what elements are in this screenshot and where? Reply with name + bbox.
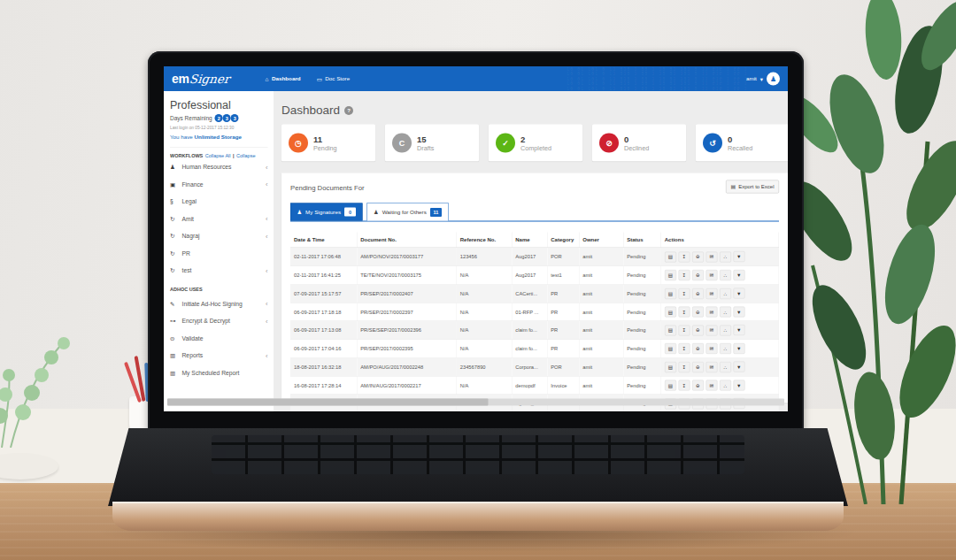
- cell-status: Pending: [623, 376, 661, 395]
- share-icon[interactable]: ∴: [720, 307, 731, 318]
- decline-icon[interactable]: ⊖: [692, 362, 704, 372]
- sidebar-item-nagraj[interactable]: ↻Nagraj‹: [170, 227, 268, 245]
- share-icon[interactable]: ∴: [720, 270, 731, 280]
- table-row[interactable]: 02-11-2017 17:06:48AM/PO/NOV/2017/000317…: [290, 248, 779, 266]
- cell-category: test1: [547, 266, 579, 285]
- comment-icon[interactable]: ✉: [705, 288, 717, 299]
- comment-icon[interactable]: ✉: [705, 362, 717, 372]
- share-icon[interactable]: ∴: [720, 325, 731, 335]
- table-row[interactable]: 07-09-2017 15:17:57PR/SEP/2017/0002407N/…: [290, 284, 779, 303]
- download-icon[interactable]: ↧: [678, 270, 690, 280]
- sidebar-item-human-resources[interactable]: ♟Human Resources‹: [170, 158, 268, 176]
- filter-icon[interactable]: ▼: [733, 288, 744, 299]
- comment-icon[interactable]: ✉: [705, 307, 717, 318]
- table-row[interactable]: 06-09-2017 17:04:16PR/SEP/2017/0002395N/…: [290, 340, 779, 358]
- view-document-icon[interactable]: ▤: [665, 343, 676, 354]
- tab-label: Waiting for Others: [382, 209, 427, 215]
- decline-icon[interactable]: ⊖: [692, 288, 704, 299]
- table-row[interactable]: 06-09-2017 17:18:18PR/SEP/2017/0002397N/…: [290, 303, 779, 321]
- sidebar-item-my-scheduled-report[interactable]: ▥My Scheduled Report: [170, 364, 268, 382]
- sidebar-item-validate[interactable]: ⊙Validate: [170, 330, 268, 348]
- share-icon[interactable]: ∴: [720, 288, 731, 299]
- view-document-icon[interactable]: ▤: [665, 251, 676, 262]
- download-icon[interactable]: ↧: [678, 325, 690, 335]
- stat-card-declined[interactable]: ⊘0Declined: [592, 125, 686, 162]
- share-icon[interactable]: ∴: [720, 251, 731, 262]
- export-to-excel-button[interactable]: ▤ Export to Excel: [726, 180, 779, 194]
- sidebar-item-initiate-ad-hoc-signing[interactable]: ✎Initiate Ad-Hoc Signing‹: [170, 295, 268, 313]
- filter-icon[interactable]: ▼: [733, 362, 744, 372]
- filter-icon[interactable]: ▼: [733, 251, 744, 262]
- comment-icon[interactable]: ✉: [705, 343, 717, 354]
- decline-icon[interactable]: ⊖: [692, 251, 704, 262]
- filter-icon[interactable]: ▼: [733, 306, 744, 317]
- horizontal-scrollbar[interactable]: [167, 399, 784, 406]
- share-icon[interactable]: ∴: [720, 380, 731, 391]
- chevron-left-icon: ‹: [266, 300, 268, 308]
- collapse-all-link[interactable]: Collapse All: [205, 153, 231, 158]
- view-document-icon[interactable]: ▤: [665, 380, 676, 391]
- chevron-left-icon: ‹: [266, 164, 268, 172]
- share-icon[interactable]: ∴: [720, 343, 731, 354]
- download-icon[interactable]: ↧: [678, 307, 690, 318]
- filter-icon[interactable]: ▼: [733, 343, 744, 354]
- decline-icon[interactable]: ⊖: [692, 380, 704, 391]
- help-icon[interactable]: ?: [344, 106, 353, 115]
- tab-waiting-for-others[interactable]: ♟Waiting for Others11: [367, 203, 449, 221]
- download-icon[interactable]: ↧: [678, 343, 690, 354]
- stat-card-pending[interactable]: ◷11Pending: [281, 125, 375, 162]
- view-document-icon[interactable]: ▤: [665, 362, 676, 372]
- stat-card-recalled[interactable]: ↺0Recalled: [696, 125, 788, 162]
- sidebar-item-label: Nagraj: [182, 233, 200, 240]
- table-row[interactable]: 16-08-2017 17:28:14AM/IN/AUG/2017/000221…: [290, 376, 779, 395]
- stat-card-drafts[interactable]: C15Drafts: [385, 125, 479, 162]
- stat-card-completed[interactable]: ✓2Completed: [489, 125, 582, 162]
- tab-my-signatures[interactable]: ♟My Signatures0: [290, 203, 363, 221]
- comment-icon[interactable]: ✉: [705, 380, 717, 391]
- sidebar-item-finance[interactable]: ▣Finance‹: [170, 176, 268, 194]
- share-icon[interactable]: ∴: [720, 362, 731, 372]
- sidebar-item-pr[interactable]: ↻PR: [170, 245, 268, 263]
- sidebar-item-amit[interactable]: ↻Amit‹: [170, 211, 268, 228]
- filter-icon[interactable]: ▼: [733, 325, 744, 335]
- sidebar-item-legal[interactable]: §Legal: [170, 193, 268, 211]
- sidebar-item-reports[interactable]: ▥Reports‹: [170, 347, 268, 364]
- view-document-icon[interactable]: ▤: [665, 325, 676, 335]
- comment-icon[interactable]: ✉: [705, 270, 717, 280]
- cell-actions: ▤↧⊖✉∴▼: [661, 376, 779, 395]
- user-menu[interactable]: amit ▾ ♟: [746, 73, 780, 86]
- decline-icon[interactable]: ⊖: [692, 325, 704, 335]
- download-icon[interactable]: ↧: [678, 251, 690, 262]
- nav-doc-store[interactable]: ▭ Doc Store: [317, 75, 350, 82]
- nav-dashboard[interactable]: ⌂ Dashboard: [266, 75, 301, 82]
- view-document-icon[interactable]: ▤: [665, 307, 676, 318]
- filter-icon[interactable]: ▼: [733, 270, 744, 280]
- download-icon[interactable]: ↧: [678, 288, 690, 299]
- decline-icon[interactable]: ⊖: [692, 270, 704, 280]
- scrollbar-thumb[interactable]: [167, 399, 488, 406]
- chevron-left-icon: ‹: [266, 352, 268, 360]
- decline-icon[interactable]: ⊖: [692, 343, 704, 354]
- filter-icon[interactable]: ▼: [733, 380, 744, 390]
- download-icon[interactable]: ↧: [678, 380, 690, 391]
- sidebar-item-label: Human Resources: [182, 164, 232, 171]
- collapse-link[interactable]: Collapse: [236, 153, 255, 158]
- days-remaining-badge: 3: [231, 114, 239, 122]
- decline-icon[interactable]: ⊖: [692, 307, 704, 318]
- cell-category: PR: [547, 340, 579, 358]
- download-icon[interactable]: ↧: [678, 362, 690, 372]
- stat-label: Drafts: [417, 144, 434, 151]
- emsigner-logo[interactable]: em Signer: [172, 72, 230, 86]
- cell-actions: ▤↧⊖✉∴▼: [661, 357, 779, 376]
- comment-icon[interactable]: ✉: [705, 251, 717, 262]
- table-row[interactable]: 06-09-2017 17:13:08PR/SE/SEP/2017/000239…: [290, 321, 779, 340]
- comment-icon[interactable]: ✉: [705, 325, 717, 335]
- sidebar-item-test[interactable]: ↻test‹: [170, 262, 268, 280]
- table-row[interactable]: 02-11-2017 16:41:25TE/TE/NOV/2017/000317…: [290, 266, 779, 285]
- table-row[interactable]: 18-08-2017 16:32:18AM/PO/AUG/2017/000224…: [290, 357, 779, 376]
- sidebar-item-encrypt-decrypt[interactable]: ⊶Encrypt & Decrypt‹: [170, 312, 268, 330]
- workflows-label: WORKFLOWS: [170, 153, 203, 158]
- view-document-icon[interactable]: ▤: [665, 270, 676, 280]
- search-icon: ⊙: [170, 335, 182, 342]
- view-document-icon[interactable]: ▤: [665, 288, 676, 299]
